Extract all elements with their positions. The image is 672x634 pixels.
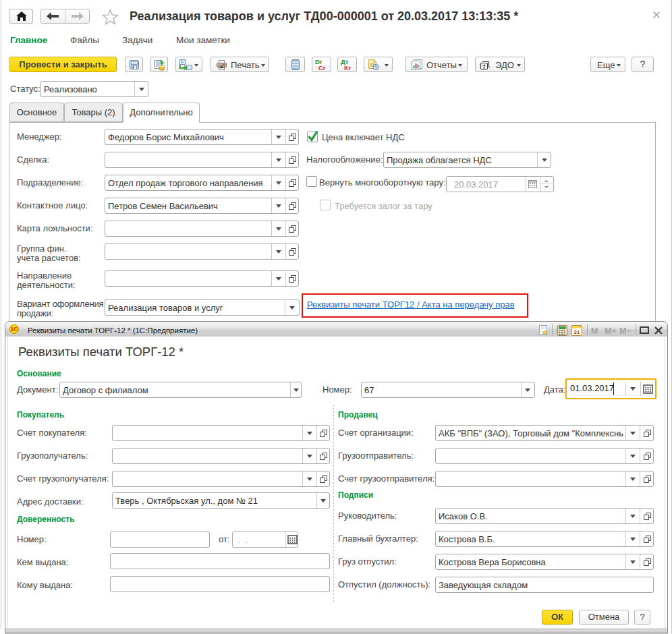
svg-text:1С: 1С — [11, 326, 18, 333]
svg-text:31: 31 — [574, 329, 580, 335]
